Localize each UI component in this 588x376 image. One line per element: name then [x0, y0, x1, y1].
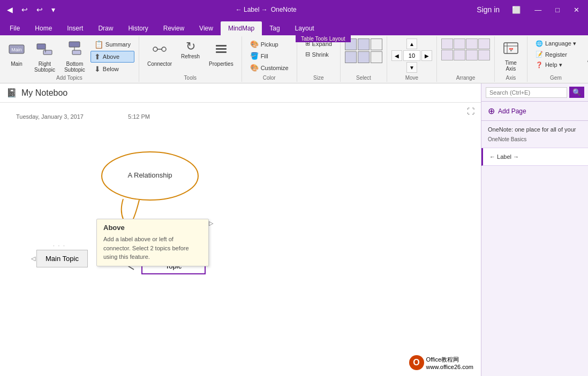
customize-icon: 🎨	[250, 64, 259, 72]
back-button[interactable]: ◀	[4, 4, 16, 15]
topic1-expand-right[interactable]: ▷	[209, 220, 213, 227]
below-button[interactable]: ⬇ Below	[91, 63, 134, 75]
ribbon-group-content-select	[345, 39, 382, 75]
svg-text:Main: Main	[11, 47, 22, 52]
fullscreen-button[interactable]: ⛶	[467, 107, 474, 116]
add-page-button[interactable]: ⊕ Add Page	[481, 102, 588, 121]
search-button[interactable]: 🔍	[569, 87, 584, 98]
select-grid	[345, 39, 382, 63]
select-cell-3[interactable]	[371, 39, 382, 50]
ribbon-group-move: ▲ ◀ ▶ ▼ Move	[387, 36, 437, 82]
properties-icon	[214, 41, 229, 60]
sidebar-page-onenote-sub: OneNote Basics	[488, 135, 582, 143]
tab-draw[interactable]: Draw	[91, 21, 120, 35]
arrange-cell-1[interactable]	[441, 39, 453, 49]
summary-button[interactable]: 📋 Summary	[91, 39, 134, 50]
ribbon-group-select: Select	[341, 36, 387, 82]
time-axis-button[interactable]: 📅 TimeAxis	[499, 39, 523, 74]
bottom-subtopic-button[interactable]: BottomSubtopic	[61, 39, 89, 75]
connector-button[interactable]: Connector	[144, 39, 176, 69]
undo-button[interactable]: ↩	[19, 4, 31, 15]
select-cell-5[interactable]	[358, 51, 370, 63]
language-button[interactable]: 🌐 Language ▾	[532, 39, 580, 49]
tab-home[interactable]: Home	[27, 21, 59, 35]
move-up-button[interactable]: ▲	[406, 39, 417, 49]
sidebar-page-onenote[interactable]: OneNote: one place for all of your OneNo…	[481, 121, 588, 148]
select-cell-6[interactable]	[371, 51, 382, 63]
arrange-cell-4[interactable]	[478, 39, 490, 49]
language-label: Language ▾	[545, 40, 576, 47]
title-bar-left: ◀ ↩ ↩ ▾	[4, 4, 58, 15]
select-cell-1[interactable]	[345, 39, 357, 50]
ribbon-collapse-button[interactable]: ∧	[584, 36, 588, 82]
move-middle-row: ◀ ▶	[391, 50, 432, 61]
maximize-button[interactable]: □	[551, 5, 564, 15]
arrange-cell-2[interactable]	[454, 39, 465, 49]
move-left-button[interactable]: ◀	[391, 50, 402, 61]
pickup-label: Pickup	[261, 41, 278, 48]
tools-label: Tools	[184, 75, 197, 82]
refresh-button[interactable]: ↻ Refresh	[177, 39, 203, 62]
above-icon: ⬆	[94, 52, 101, 61]
main-expand-arrow[interactable]: ◁	[31, 255, 35, 262]
ribbon: Table Tools Layout Main Main RightSubtop…	[0, 35, 588, 83]
tab-history[interactable]: History	[120, 21, 155, 35]
arrange-cell-8[interactable]	[478, 50, 490, 60]
page-content: ⛶ Tuesday, January 3, 2017 5:12 PM A Rel…	[0, 103, 481, 334]
select-cell-2[interactable]	[358, 39, 370, 50]
tab-layout[interactable]: Layout	[288, 21, 322, 35]
quick-access-button[interactable]: ▾	[49, 4, 58, 15]
close-button[interactable]: ✕	[569, 5, 584, 15]
below-label: Below	[103, 66, 119, 72]
fill-button[interactable]: 🪣 Fill	[246, 50, 292, 62]
arrange-cell-7[interactable]	[466, 50, 478, 60]
tablet-button[interactable]: ⬜	[508, 5, 525, 15]
pickup-button[interactable]: 🎨 Pickup	[246, 39, 292, 50]
arrange-cell-3[interactable]	[466, 39, 478, 49]
arrange-cell-5[interactable]	[441, 50, 453, 60]
size-btns: ⊞ Expand ⊟ Shrink	[301, 39, 336, 59]
minimize-button[interactable]: —	[530, 5, 546, 15]
title-bar-right: Sign in ⬜ — □ ✕	[474, 4, 584, 15]
properties-button[interactable]: Properties	[205, 39, 237, 69]
bottom-subtopic-label: BottomSubtopic	[64, 61, 85, 73]
fill-icon: 🪣	[250, 52, 259, 60]
time-axis-icon: 📅	[503, 41, 519, 59]
app-name: OneNote	[271, 6, 297, 13]
shrink-button[interactable]: ⊟ Shrink	[301, 49, 336, 59]
main-content: 📓 My Noteboo ⛶ Tuesday, January 3, 2017 …	[0, 83, 481, 376]
summary-icon: 📋	[94, 40, 103, 49]
move-right-button[interactable]: ▶	[421, 50, 432, 61]
tab-view[interactable]: View	[192, 21, 221, 35]
main-icon: Main	[8, 41, 25, 60]
connector-icon	[152, 41, 167, 60]
tab-insert[interactable]: Insert	[59, 21, 91, 35]
tab-file[interactable]: File	[2, 21, 27, 35]
time-axis-label: TimeAxis	[505, 60, 517, 72]
main-button[interactable]: Main Main	[4, 39, 29, 69]
customize-button[interactable]: 🎨 Customize	[246, 62, 292, 73]
expand-button[interactable]: ⊞ Expand	[301, 39, 336, 49]
tab-tag[interactable]: Tag	[262, 21, 287, 35]
sidebar-page-label[interactable]: ← Label →	[481, 148, 588, 166]
move-value-input[interactable]	[403, 50, 420, 61]
sign-in-button[interactable]: Sign in	[474, 4, 502, 15]
summary-label: Summary	[105, 41, 131, 48]
register-button[interactable]: 📝 Register	[532, 49, 580, 59]
help-button[interactable]: ❓ Help ▾	[532, 60, 580, 70]
arrange-cell-6[interactable]	[454, 50, 465, 60]
redo-button[interactable]: ↩	[34, 4, 46, 15]
move-down-button[interactable]: ▼	[406, 62, 417, 73]
search-input[interactable]	[486, 87, 567, 98]
ribbon-group-content-move: ▲ ◀ ▶ ▼	[391, 39, 432, 75]
tab-mindmap[interactable]: MindMap	[221, 21, 262, 35]
title-bar: ◀ ↩ ↩ ▾ ← Label → OneNote Sign in ⬜ — □ …	[0, 0, 588, 19]
right-subtopic-button[interactable]: RightSubtopic	[31, 39, 59, 75]
notebook-header: 📓 My Noteboo	[0, 83, 481, 103]
above-button[interactable]: ⬆ Above	[91, 51, 134, 63]
time: 5:12 PM	[128, 113, 150, 120]
main-topic-node[interactable]: Main Topic	[36, 250, 88, 267]
small-btns-group: 📋 Summary ⬆ Above ⬇ Below	[91, 39, 134, 75]
tab-review[interactable]: Review	[156, 21, 192, 35]
select-cell-4[interactable]	[345, 51, 357, 63]
